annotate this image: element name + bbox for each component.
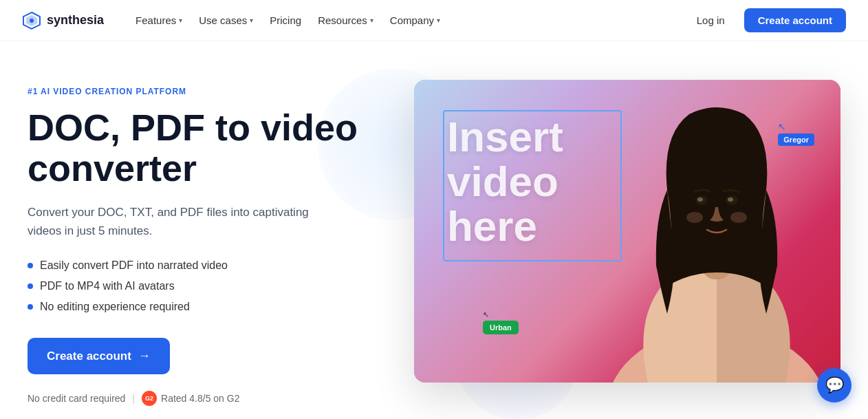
bullet-icon — [28, 304, 33, 310]
g2-rating-text: Rated 4.8/5 on G2 — [161, 393, 239, 404]
chevron-down-icon: ▾ — [250, 17, 253, 24]
svg-point-13 — [730, 212, 747, 223]
insert-text-line3: here — [447, 204, 563, 248]
bullet-icon — [28, 283, 33, 289]
urban-cursor-icon: ↖ — [483, 310, 519, 319]
chat-icon: 💬 — [825, 376, 844, 394]
nav-items: Features ▾ Use cases ▾ Pricing Resources… — [129, 10, 447, 30]
svg-point-10 — [697, 197, 703, 202]
svg-point-12 — [686, 212, 703, 223]
hero-subtitle: Convert your DOC, TXT, and PDF files int… — [28, 203, 323, 240]
feature-list: Easily convert PDF into narrated video P… — [28, 259, 385, 313]
cursor-tooltip-gregor: ↖ Gregor — [778, 121, 814, 146]
hero-title: DOC, PDF to video converter — [28, 107, 385, 189]
hero-badge: #1 AI VIDEO CREATION PLATFORM — [28, 87, 385, 96]
social-proof: No credit card required | G2 Rated 4.8/5… — [28, 391, 385, 406]
cursor-arrow-icon: ↖ — [778, 121, 786, 132]
nav-item-company[interactable]: Company ▾ — [383, 10, 447, 30]
g2-icon: G2 — [142, 391, 157, 406]
hero-right-content: Insert video here — [399, 80, 840, 383]
logo-text: synthesia — [47, 13, 104, 28]
g2-badge: G2 Rated 4.8/5 on G2 — [142, 391, 239, 406]
hero-left-content: #1 AI VIDEO CREATION PLATFORM DOC, PDF t… — [28, 80, 385, 406]
navbar-right: Log in Create account — [688, 8, 846, 32]
synthesia-logo-icon — [22, 11, 41, 30]
chevron-down-icon: ▾ — [437, 17, 440, 24]
logo[interactable]: synthesia — [22, 11, 104, 30]
chevron-down-icon: ▾ — [370, 17, 373, 24]
list-item: PDF to MP4 with AI avatars — [28, 280, 385, 292]
create-account-hero-button[interactable]: Create account → — [28, 338, 170, 374]
bullet-icon — [28, 263, 33, 268]
no-credit-card-text: No credit card required — [28, 393, 125, 404]
hero-section: #1 AI VIDEO CREATION PLATFORM DOC, PDF t… — [0, 41, 868, 419]
nav-item-pricing[interactable]: Pricing — [263, 10, 308, 30]
create-account-nav-button[interactable]: Create account — [744, 8, 846, 32]
svg-point-2 — [30, 19, 34, 23]
list-item: Easily convert PDF into narrated video — [28, 259, 385, 272]
login-button[interactable]: Log in — [688, 10, 733, 30]
video-card: Insert video here — [414, 80, 840, 383]
chat-bubble-button[interactable]: 💬 — [817, 368, 851, 402]
gregor-tooltip-label: Gregor — [778, 133, 814, 146]
urban-tag-label: Urban — [483, 321, 519, 334]
nav-item-use-cases[interactable]: Use cases ▾ — [192, 10, 260, 30]
insert-text-line1: Insert — [447, 114, 563, 159]
urban-tag: ↖ Urban — [483, 310, 519, 333]
list-item: No editing experience required — [28, 301, 385, 313]
svg-point-11 — [728, 197, 733, 202]
nav-item-features[interactable]: Features ▾ — [129, 10, 189, 30]
arrow-right-icon: → — [138, 349, 151, 363]
chevron-down-icon: ▾ — [179, 17, 182, 24]
navbar-left: synthesia Features ▾ Use cases ▾ Pricing… — [22, 10, 447, 30]
video-text-overlay: Insert video here — [447, 114, 563, 248]
insert-text-line2: video — [447, 159, 563, 204]
divider: | — [132, 393, 135, 404]
navbar: synthesia Features ▾ Use cases ▾ Pricing… — [0, 0, 868, 41]
nav-item-resources[interactable]: Resources ▾ — [311, 10, 380, 30]
